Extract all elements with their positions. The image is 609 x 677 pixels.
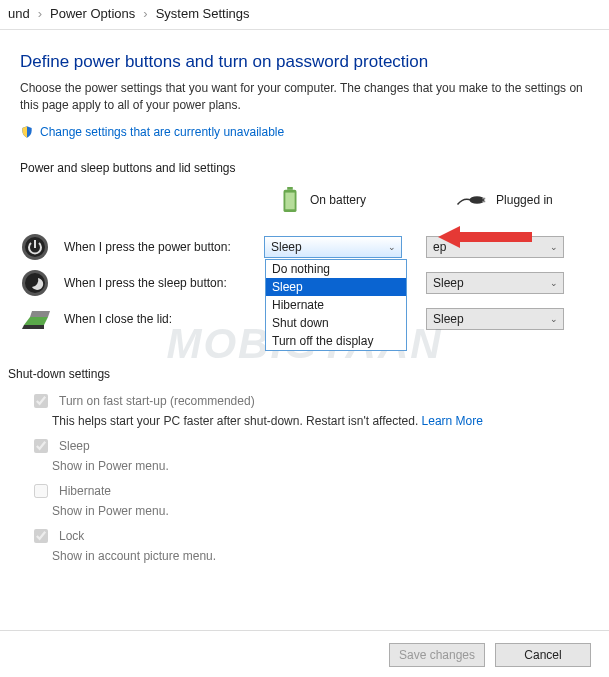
select-value: Sleep xyxy=(271,240,302,254)
shutdown-settings-header: Shut-down settings xyxy=(8,367,589,381)
chevron-down-icon: ⌄ xyxy=(550,242,558,252)
plugged-in-label: Plugged in xyxy=(496,193,553,207)
lock-checkbox xyxy=(34,529,48,543)
chevron-right-icon: › xyxy=(139,6,151,21)
power-sleep-lid-header: Power and sleep buttons and lid settings xyxy=(20,161,589,175)
sleep-button-plugged-select[interactable]: Sleep ⌄ xyxy=(426,272,564,294)
lid-label: When I close the lid: xyxy=(64,312,264,326)
hibernate-checkbox xyxy=(34,484,48,498)
dropdown-option-selected[interactable]: Sleep xyxy=(266,278,406,296)
lid-icon xyxy=(20,304,50,334)
fast-startup-note: This helps start your PC faster after sh… xyxy=(52,414,589,428)
annotation-arrow xyxy=(458,232,532,242)
battery-icon xyxy=(280,187,300,213)
svg-rect-0 xyxy=(287,187,293,190)
dropdown-option[interactable]: Turn off the display xyxy=(266,332,406,350)
sleep-button-label: When I press the sleep button: xyxy=(64,276,264,290)
hibernate-checkbox-label: Hibernate xyxy=(59,484,111,498)
svg-rect-2 xyxy=(285,192,294,209)
power-button-label: When I press the power button: xyxy=(64,240,264,254)
lock-checkbox-label: Lock xyxy=(59,529,84,543)
breadcrumb-item[interactable]: und xyxy=(4,6,34,21)
footer-separator xyxy=(0,630,609,631)
lock-checkbox-row: Lock xyxy=(20,526,589,546)
sleep-checkbox xyxy=(34,439,48,453)
cancel-button[interactable]: Cancel xyxy=(495,643,591,667)
breadcrumb-item[interactable]: System Settings xyxy=(152,6,254,21)
select-value: Sleep xyxy=(433,276,464,290)
change-unavailable-settings-link[interactable]: Change settings that are currently unava… xyxy=(20,125,284,139)
sleep-icon xyxy=(20,268,50,298)
fast-startup-label: Turn on fast start-up (recommended) xyxy=(59,394,255,408)
svg-rect-4 xyxy=(482,198,485,200)
change-unavailable-settings-text[interactable]: Change settings that are currently unava… xyxy=(40,125,284,139)
chevron-down-icon: ⌄ xyxy=(550,314,558,324)
page-title: Define power buttons and turn on passwor… xyxy=(20,52,589,72)
chevron-down-icon: ⌄ xyxy=(550,278,558,288)
fast-startup-row: Turn on fast start-up (recommended) xyxy=(20,391,589,411)
column-headers: On battery Plugged in xyxy=(20,187,589,213)
lock-checkbox-note: Show in account picture menu. xyxy=(52,549,589,563)
sleep-checkbox-label: Sleep xyxy=(59,439,90,453)
dropdown-option[interactable]: Do nothing xyxy=(266,260,406,278)
chevron-down-icon: ⌄ xyxy=(388,242,396,252)
lid-plugged-select[interactable]: Sleep ⌄ xyxy=(426,308,564,330)
page-description: Choose the power settings that you want … xyxy=(20,80,589,115)
select-value: Sleep xyxy=(433,312,464,326)
breadcrumb: und › Power Options › System Settings xyxy=(0,0,609,30)
sleep-checkbox-note: Show in Power menu. xyxy=(52,459,589,473)
learn-more-link[interactable]: Learn More xyxy=(422,414,483,428)
save-changes-button: Save changes xyxy=(389,643,485,667)
annotation-arrow-head xyxy=(438,226,460,248)
shield-icon xyxy=(20,125,34,139)
fast-startup-checkbox xyxy=(34,394,48,408)
dropdown-option[interactable]: Shut down xyxy=(266,314,406,332)
on-battery-label: On battery xyxy=(310,193,366,207)
power-button-battery-dropdown: Do nothing Sleep Hibernate Shut down Tur… xyxy=(265,259,407,351)
svg-rect-5 xyxy=(482,201,485,203)
chevron-right-icon: › xyxy=(34,6,46,21)
sleep-checkbox-row: Sleep xyxy=(20,436,589,456)
on-battery-header: On battery xyxy=(280,187,366,213)
plugged-in-header: Plugged in xyxy=(456,191,553,209)
dropdown-option[interactable]: Hibernate xyxy=(266,296,406,314)
hibernate-checkbox-row: Hibernate xyxy=(20,481,589,501)
power-icon xyxy=(20,232,50,262)
hibernate-checkbox-note: Show in Power menu. xyxy=(52,504,589,518)
breadcrumb-item[interactable]: Power Options xyxy=(46,6,139,21)
power-button-battery-select[interactable]: Sleep ⌄ Do nothing Sleep Hibernate Shut … xyxy=(264,236,402,258)
plug-icon xyxy=(456,191,486,209)
svg-point-3 xyxy=(470,196,485,204)
power-button-row: When I press the power button: Sleep ⌄ D… xyxy=(20,229,589,265)
